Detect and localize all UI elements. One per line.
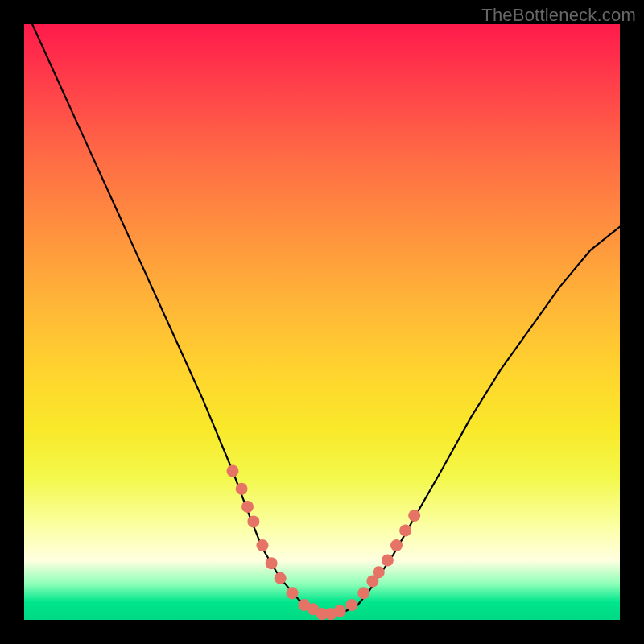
marker-dot	[266, 557, 278, 569]
plot-area	[24, 24, 620, 620]
marker-dot	[334, 605, 346, 617]
chart-svg	[24, 24, 620, 620]
marker-dot	[247, 515, 259, 527]
chart-frame: TheBottleneck.com	[0, 0, 644, 644]
marker-dot	[382, 555, 394, 567]
marker-dot	[227, 465, 239, 477]
marker-dot	[287, 587, 299, 599]
marker-dot	[242, 501, 254, 513]
marker-dot	[373, 566, 385, 578]
marker-dot	[408, 510, 420, 522]
marker-dot	[257, 539, 269, 551]
marker-dots-group	[227, 465, 421, 621]
marker-dot	[399, 525, 411, 537]
marker-dot	[357, 587, 369, 599]
watermark-text: TheBottleneck.com	[481, 5, 636, 26]
bottleneck-curve	[24, 24, 620, 614]
marker-dot	[390, 539, 402, 551]
marker-dot	[236, 483, 248, 495]
marker-dot	[275, 572, 287, 584]
marker-dot	[346, 599, 358, 611]
